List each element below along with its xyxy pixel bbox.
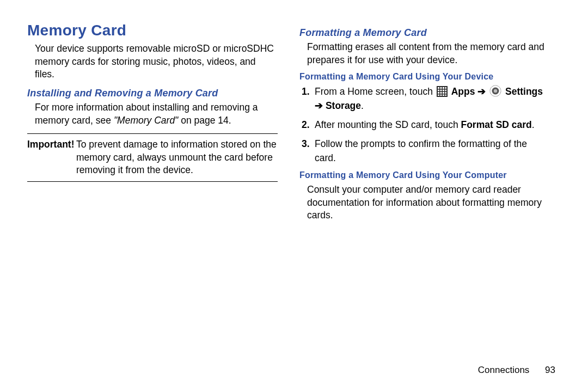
svg-rect-4 [445, 87, 446, 89]
text-fragment: . [361, 100, 364, 111]
apps-label: Apps [451, 86, 475, 97]
intro-paragraph: Your device supports removable microSD o… [35, 42, 278, 81]
svg-rect-15 [443, 95, 444, 96]
svg-rect-10 [440, 92, 442, 94]
storage-label: Storage [326, 100, 361, 111]
svg-rect-5 [438, 90, 439, 91]
step-item: After mounting the SD card, touch Format… [315, 118, 550, 132]
apps-icon [437, 86, 448, 97]
format-sd-label: Format SD card [461, 119, 531, 130]
svg-rect-12 [445, 92, 446, 94]
arrow-icon: ➔ [475, 86, 488, 97]
svg-rect-14 [440, 95, 442, 96]
arrow-icon: ➔ [315, 100, 326, 111]
important-note: Important! To prevent damage to informat… [27, 133, 278, 182]
chapter-name: Connections [478, 365, 530, 375]
svg-rect-16 [445, 95, 446, 96]
steps-list: From a Home screen, touch Apps ➔ Setting… [299, 85, 550, 165]
step-item: Follow the prompts to confirm the format… [315, 137, 550, 165]
subheading-using-computer: Formatting a Memory Card Using Your Comp… [299, 170, 550, 180]
subheading-formatting: Formatting a Memory Card [299, 27, 550, 39]
using-computer-text: Consult your computer and/or memory card… [307, 183, 550, 222]
important-text: To prevent damage to information stored … [76, 138, 278, 177]
left-column: Memory Card Your device supports removab… [27, 22, 278, 359]
text-fragment: on page 14. [178, 115, 231, 126]
page-number: 93 [545, 365, 555, 375]
svg-rect-6 [440, 90, 442, 91]
section-title: Memory Card [27, 22, 278, 39]
subheading-using-device: Formatting a Memory Card Using Your Devi… [299, 72, 550, 82]
svg-rect-8 [445, 90, 446, 91]
svg-rect-11 [443, 92, 444, 94]
svg-rect-1 [438, 87, 439, 89]
text-fragment: After mounting the SD card, touch [315, 119, 461, 130]
page-content: Memory Card Your device supports removab… [0, 0, 588, 392]
svg-rect-7 [443, 90, 444, 91]
install-remove-text: For more information about installing an… [35, 101, 278, 127]
svg-point-19 [494, 89, 497, 93]
page-footer: Connections 93 [478, 365, 555, 376]
right-column: Formatting a Memory Card Formatting eras… [299, 22, 550, 359]
settings-icon [489, 85, 501, 97]
svg-rect-3 [443, 87, 444, 89]
text-fragment: From a Home screen, touch [315, 86, 436, 97]
formatting-intro: Formatting erases all content from the m… [307, 41, 550, 66]
important-label: Important! [27, 138, 76, 177]
text-fragment: . [532, 119, 535, 130]
svg-rect-13 [438, 95, 439, 96]
subheading-install-remove: Installing and Removing a Memory Card [27, 88, 278, 99]
reference-italic: "Memory Card" [114, 115, 178, 126]
svg-rect-2 [440, 87, 442, 89]
settings-label: Settings [505, 86, 543, 97]
svg-rect-9 [438, 92, 439, 94]
step-item: From a Home screen, touch Apps ➔ Setting… [315, 85, 550, 113]
